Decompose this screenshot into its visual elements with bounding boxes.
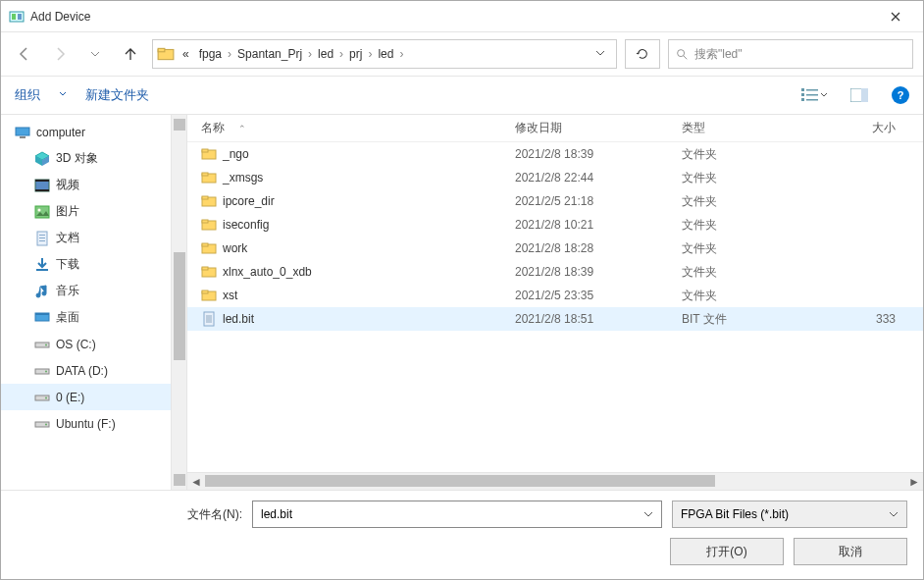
file-name: xst [223,289,237,302]
sidebar-item-label: computer [36,126,85,139]
close-button[interactable] [876,3,915,30]
sort-caret-icon: ⌃ [238,124,246,133]
app-icon [9,9,25,25]
sidebar-scrollbar[interactable] [171,115,186,490]
breadcrumb-segment[interactable]: fpga [195,45,226,63]
chevron-down-icon [90,49,100,59]
scroll-down-icon [174,474,185,486]
svg-rect-54 [206,315,212,323]
sidebar-item[interactable]: 图片 [1,198,186,225]
filename-input[interactable]: led.bit [252,501,662,528]
close-icon [891,12,900,22]
file-pane: 名称⌃ 修改日期 类型 大小 _ngo2021/2/8 18:39文件夹_xms… [187,115,923,490]
file-name: _xmsgs [223,171,263,185]
sidebar-item[interactable]: computer [1,119,186,145]
svg-rect-7 [801,93,804,96]
svg-rect-13 [861,88,868,102]
file-name: ipcore_dir [223,194,275,208]
column-name[interactable]: 名称⌃ [201,120,515,136]
file-row[interactable]: _ngo2021/2/8 18:39文件夹 [187,142,923,166]
column-date[interactable]: 修改日期 [515,120,682,136]
chevron-right-icon: › [397,47,405,61]
svg-rect-6 [801,88,804,91]
file-date: 2021/2/8 18:39 [515,147,682,161]
svg-point-34 [45,370,47,372]
search-box[interactable]: 搜索"led" [668,39,913,69]
svg-rect-11 [806,99,818,101]
file-type: 文件夹 [682,264,829,281]
body: computer3D 对象视频图片文档下载音乐桌面OS (C:)DATA (D:… [1,115,923,490]
svg-point-23 [38,208,41,211]
svg-rect-30 [35,313,49,315]
chevron-down-icon [889,509,898,519]
sidebar-item[interactable]: Ubuntu (F:) [1,410,186,437]
svg-point-5 [678,50,685,57]
file-row[interactable]: _xmsgs2021/2/8 22:44文件夹 [187,166,923,189]
sidebar-item[interactable]: DATA (D:) [1,357,186,384]
file-row[interactable]: xst2021/2/5 23:35文件夹 [187,284,923,307]
breadcrumb-segment[interactable]: prj [345,45,366,63]
svg-rect-1 [12,14,16,20]
filename-row: 文件名(N): led.bit FPGA Bit Files (*.bit) [17,501,907,528]
sidebar-item[interactable]: OS (C:) [1,331,186,357]
file-row[interactable]: xlnx_auto_0_xdb2021/2/8 18:39文件夹 [187,260,923,284]
sidebar-item[interactable]: 音乐 [1,278,186,304]
breadcrumb-segment[interactable]: led [314,45,337,63]
sidebar-item-label: 下载 [56,256,79,273]
address-bar[interactable]: « fpga›Spantan_Prj›led›prj›led› [152,39,617,69]
file-date: 2021/2/5 21:18 [515,194,682,208]
view-options-button[interactable] [801,84,827,106]
scrollbar-thumb[interactable] [205,475,715,487]
scroll-up-icon [174,119,185,131]
organize-menu[interactable]: 组织 [15,86,40,104]
svg-rect-25 [39,235,45,236]
chevron-right-icon: › [337,47,345,61]
file-row[interactable]: work2021/2/8 18:28文件夹 [187,237,923,260]
recent-dropdown[interactable] [81,40,109,68]
toolbar: 组织 新建文件夹 ? [1,76,923,115]
sidebar-item[interactable]: 文档 [1,225,186,251]
new-folder-button[interactable]: 新建文件夹 [85,86,149,104]
forward-button[interactable] [46,40,74,68]
column-type[interactable]: 类型 [682,120,829,136]
cancel-button[interactable]: 取消 [794,538,907,565]
bottom-panel: 文件名(N): led.bit FPGA Bit Files (*.bit) 打… [1,490,923,579]
svg-rect-50 [202,267,208,270]
help-button[interactable]: ? [892,86,909,104]
open-button[interactable]: 打开(O) [670,538,784,565]
filetype-select[interactable]: FPGA Bit Files (*.bit) [672,501,907,528]
filetype-value: FPGA Bit Files (*.bit) [681,507,789,521]
sidebar-item-label: Ubuntu (F:) [56,417,116,431]
chevron-right-icon: › [306,47,314,61]
chevron-down-icon [820,90,827,100]
sidebar-item[interactable]: 3D 对象 [1,145,186,172]
sidebar-item[interactable]: 视频 [1,172,186,198]
breadcrumb-segment[interactable]: Spantan_Prj [233,45,306,63]
refresh-button[interactable] [625,39,660,69]
address-dropdown[interactable] [589,47,612,61]
svg-rect-27 [39,240,45,241]
svg-rect-52 [202,290,208,293]
sidebar-item[interactable]: 0 (E:) [1,384,186,410]
svg-point-38 [45,423,47,425]
search-icon [675,47,689,61]
preview-pane-button[interactable] [847,84,872,106]
up-button[interactable] [117,40,144,68]
sidebar-item[interactable]: 桌面 [1,304,186,331]
svg-rect-44 [202,196,208,199]
horizontal-scrollbar[interactable]: ◄ ► [187,472,923,490]
file-name: _ngo [223,147,249,161]
file-row[interactable]: ipcore_dir2021/2/5 21:18文件夹 [187,189,923,213]
breadcrumb-segment[interactable]: led [374,45,397,63]
sidebar-item[interactable]: 下载 [1,251,186,278]
svg-rect-28 [36,269,48,271]
breadcrumb-overflow[interactable]: « [179,45,193,63]
file-type: 文件夹 [682,193,829,210]
column-size[interactable]: 大小 [829,120,923,136]
back-button[interactable] [11,40,38,68]
scrollbar-thumb[interactable] [174,252,185,360]
file-row[interactable]: led.bit2021/2/8 18:51BIT 文件333 [187,307,923,331]
file-row[interactable]: iseconfig2021/2/8 10:21文件夹 [187,213,923,237]
svg-point-32 [45,343,47,345]
svg-rect-9 [806,89,818,91]
